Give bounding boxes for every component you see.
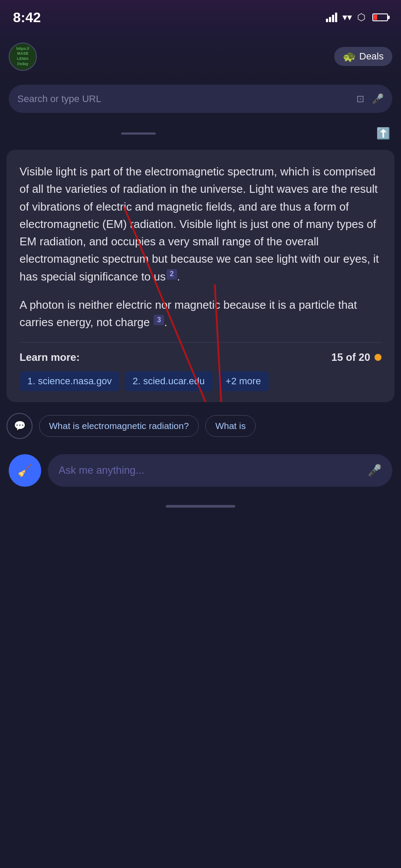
- footnote1: 2: [167, 269, 177, 280]
- source-link-1[interactable]: 1. science.nasa.gov: [20, 371, 119, 391]
- footnote2: 3: [154, 315, 164, 325]
- share-icon[interactable]: ⬆️: [376, 127, 390, 140]
- paragraph2: A photon is neither electric nor magneti…: [20, 296, 381, 331]
- chat-icon: 💬: [14, 420, 26, 432]
- voice-icon[interactable]: 🎤: [368, 464, 381, 477]
- result-counter: 15 of 20: [332, 351, 381, 363]
- deals-label: Deals: [359, 51, 384, 62]
- mike-button[interactable]: 🧹: [9, 454, 41, 487]
- status-bar: 8:42 ▾▾️ ⬡: [0, 0, 401, 35]
- suggestions-row: 💬 What is electromagnetic radiation? Wha…: [0, 404, 401, 448]
- input-bar: 🧹 Ask me anything... 🎤: [0, 448, 401, 498]
- site-avatar[interactable]: https://MASELENIA//xday: [9, 43, 37, 71]
- content-card: Visible light is part of the electromagn…: [7, 150, 394, 402]
- status-time: 8:42: [13, 10, 41, 26]
- home-bar: [166, 505, 235, 508]
- divider: [20, 342, 381, 343]
- wifi-icon: ⬡: [357, 12, 365, 23]
- suggestion-chip-2[interactable]: What is: [205, 415, 256, 437]
- source-links: 1. science.nasa.gov 2. scied.ucar.edu +2…: [20, 371, 381, 391]
- signal-icon: [326, 13, 337, 22]
- learn-more-label: Learn more:: [20, 351, 80, 363]
- microphone-icon[interactable]: 🎤: [372, 93, 384, 105]
- search-placeholder: Search or type URL: [17, 93, 350, 105]
- status-icons: ▾▾️ ⬡: [326, 12, 388, 23]
- deals-button[interactable]: 🐢 Deals: [334, 47, 392, 66]
- home-indicator: [0, 498, 401, 515]
- battery-icon: [372, 13, 388, 21]
- content-area: Visible light is part of the electromagn…: [0, 148, 401, 404]
- more-link[interactable]: +2 more: [218, 371, 269, 391]
- broom-icon: 🧹: [17, 463, 33, 478]
- counter-text: 15 of 20: [332, 351, 370, 363]
- counter-dot: [375, 354, 381, 361]
- wifi-icon: ▾▾️: [342, 12, 352, 23]
- search-bar-container: Search or type URL ⊡ 🎤: [0, 78, 401, 119]
- input-placeholder: Ask me anything...: [59, 464, 361, 476]
- drag-handle: [121, 132, 156, 135]
- input-field[interactable]: Ask me anything... 🎤: [48, 454, 392, 487]
- learn-more-row: Learn more: 15 of 20: [20, 351, 381, 363]
- source-link-2[interactable]: 2. scied.ucar.edu: [125, 371, 212, 391]
- deals-icon: 🐢: [343, 50, 356, 63]
- camera-icon[interactable]: ⊡: [356, 93, 364, 105]
- browser-toolbar: https://MASELENIA//xday 🐢 Deals: [0, 35, 401, 78]
- chat-icon-button[interactable]: 💬: [7, 413, 33, 439]
- paragraph1: Visible light is part of the electromagn…: [20, 163, 381, 285]
- search-icons: ⊡ 🎤: [356, 93, 384, 105]
- search-bar[interactable]: Search or type URL ⊡ 🎤: [9, 85, 392, 113]
- browser-bottom-bar: ⬆️: [0, 119, 401, 148]
- suggestion-chip-1[interactable]: What is electromagnetic radiation?: [39, 415, 199, 437]
